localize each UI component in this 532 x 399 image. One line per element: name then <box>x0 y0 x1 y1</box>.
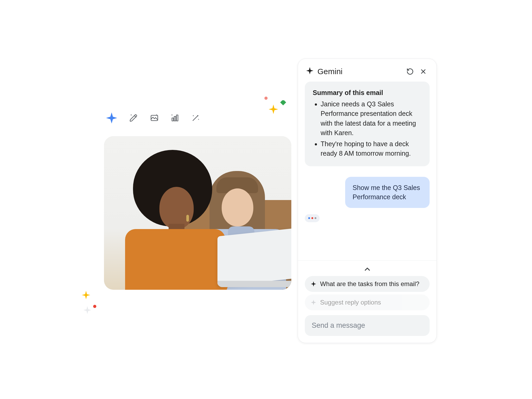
assistant-summary-bubble: Summary of this email Janice needs a Q3 … <box>305 82 430 166</box>
summary-list: Janice needs a Q3 Sales Performance pres… <box>313 99 422 158</box>
panel-bottom: What are the tasks from this email? Sugg… <box>298 260 436 343</box>
decor-sparkle-icon <box>280 100 287 107</box>
magic-photo-icon[interactable] <box>150 113 159 122</box>
gradient-sparkle-icon <box>106 112 118 124</box>
svg-rect-1 <box>280 100 286 105</box>
gemini-sparkle-icon <box>306 67 314 77</box>
suggestion-chip[interactable]: What are the tasks from this email? <box>305 276 430 292</box>
magic-chart-icon[interactable] <box>170 113 179 122</box>
message-input-container <box>305 315 430 336</box>
svg-point-2 <box>93 305 96 308</box>
toolbar <box>106 112 200 124</box>
svg-point-0 <box>264 97 268 100</box>
close-button[interactable] <box>418 66 429 77</box>
expand-suggestions-button[interactable] <box>305 265 430 273</box>
suggestion-label: What are the tasks from this email? <box>320 280 419 288</box>
user-message-bubble: Show me the Q3 Sales Performance deck <box>345 177 430 208</box>
user-message-text: Show me the Q3 Sales Performance deck <box>353 184 420 201</box>
panel-header: Gemini <box>298 59 436 82</box>
decor-sparkle-icon <box>82 291 90 299</box>
svg-rect-5 <box>174 116 176 121</box>
summary-item: They're hoping to have a deck ready 8 AM… <box>321 139 422 158</box>
decor-sparkle-icon <box>93 305 97 308</box>
decor-sparkle-icon <box>83 306 91 314</box>
suggestion-chip[interactable]: Suggest reply options <box>305 294 430 310</box>
svg-rect-6 <box>177 115 178 121</box>
magic-wand-icon[interactable] <box>191 113 200 122</box>
svg-rect-4 <box>172 118 174 121</box>
typing-indicator <box>305 214 320 222</box>
decor-sparkle-icon <box>269 104 278 114</box>
summary-heading: Summary of this email <box>313 89 422 97</box>
panel-title: Gemini <box>317 67 343 76</box>
suggestion-label: Suggest reply options <box>320 299 381 306</box>
refresh-button[interactable] <box>405 66 415 77</box>
summary-item: Janice needs a Q3 Sales Performance pres… <box>321 99 422 137</box>
decor-sparkle-icon <box>264 96 268 100</box>
magic-pen-icon[interactable] <box>129 113 138 122</box>
svg-point-7 <box>197 115 198 116</box>
hero-image <box>104 136 291 290</box>
message-input[interactable] <box>312 321 423 330</box>
gemini-panel: Gemini Summary of this email Janice need… <box>298 59 437 343</box>
